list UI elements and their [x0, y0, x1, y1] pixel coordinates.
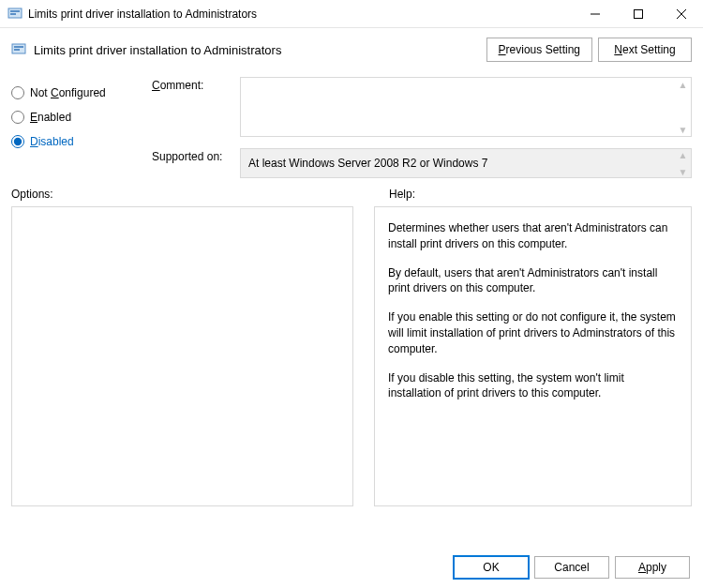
- comment-textarea[interactable]: ▲ ▼: [240, 77, 692, 137]
- titlebar: Limits print driver installation to Admi…: [0, 0, 703, 28]
- help-p4: If you disable this setting, the system …: [388, 370, 678, 402]
- supported-on-box: At least Windows Server 2008 R2 or Windo…: [240, 148, 692, 178]
- radio-enabled-input[interactable]: [11, 111, 24, 124]
- cancel-button[interactable]: Cancel: [534, 556, 609, 579]
- radio-group: Not Configured Enabled Disabled: [11, 77, 152, 178]
- options-panel: [11, 206, 353, 506]
- radio-not-configured[interactable]: Not Configured: [11, 81, 152, 105]
- radio-enabled-label: Enabled: [30, 111, 71, 124]
- radio-enabled[interactable]: Enabled: [11, 105, 152, 129]
- comment-label: Comment:: [152, 77, 236, 137]
- supported-on-value: At least Windows Server 2008 R2 or Windo…: [248, 157, 487, 170]
- scroll-down-icon[interactable]: ▼: [675, 123, 691, 136]
- gpedit-icon: [7, 7, 22, 22]
- scroll-up-icon[interactable]: ▲: [675, 78, 691, 91]
- window-controls: [574, 0, 703, 27]
- close-button[interactable]: [660, 0, 703, 27]
- help-p3: If you enable this setting or do not con…: [388, 309, 678, 356]
- scroll-up-icon[interactable]: ▲: [675, 149, 691, 160]
- svg-rect-8: [14, 46, 23, 48]
- help-panel: Determines whether users that aren't Adm…: [374, 206, 692, 506]
- radio-not-configured-input[interactable]: [11, 86, 24, 99]
- prev-label-rest: revious Setting: [506, 43, 580, 56]
- svg-rect-1: [10, 10, 20, 12]
- ok-button[interactable]: OK: [454, 556, 529, 579]
- minimize-button[interactable]: [574, 0, 617, 27]
- radio-disabled[interactable]: Disabled: [11, 129, 152, 154]
- next-label-rest: ext Setting: [622, 43, 676, 56]
- options-label: Options:: [11, 188, 381, 201]
- supported-on-label: Supported on:: [152, 148, 236, 178]
- next-setting-button[interactable]: Next Setting: [598, 38, 692, 62]
- help-p1: Determines whether users that aren't Adm…: [388, 220, 678, 252]
- radio-disabled-label: Disabled: [30, 135, 74, 148]
- previous-setting-button[interactable]: Previous Setting: [486, 38, 592, 62]
- svg-rect-9: [14, 49, 20, 51]
- radio-disabled-input[interactable]: [11, 135, 24, 148]
- svg-rect-4: [635, 9, 643, 18]
- svg-rect-2: [10, 13, 16, 15]
- policy-icon: [11, 42, 26, 57]
- help-p2: By default, users that aren't Administra…: [388, 265, 678, 297]
- header-row: Limits print driver installation to Admi…: [0, 28, 703, 77]
- help-label: Help:: [381, 188, 692, 201]
- radio-not-configured-label: Not Configured: [30, 86, 106, 99]
- policy-title: Limits print driver installation to Admi…: [34, 43, 486, 57]
- window-title: Limits print driver installation to Admi…: [28, 8, 574, 21]
- apply-button[interactable]: Apply: [615, 556, 690, 579]
- maximize-button[interactable]: [617, 0, 660, 27]
- scroll-down-icon[interactable]: ▼: [675, 166, 691, 177]
- footer-buttons: OK Cancel Apply: [454, 556, 690, 579]
